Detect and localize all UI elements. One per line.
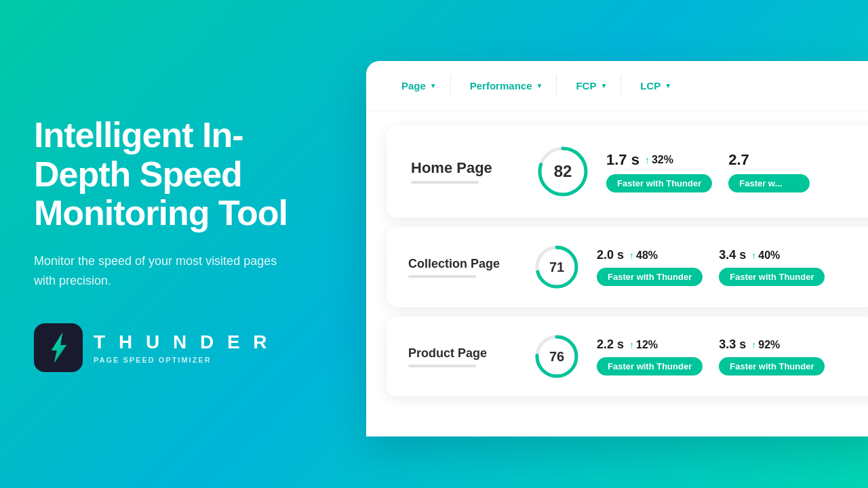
lcp-filter-chevron: ▼ (665, 82, 671, 89)
lcp-filter-label: LCP (640, 80, 660, 92)
left-panel: Intelligent In-Depth Speed Monitoring To… (0, 75, 353, 412)
brand-container: T H U N D E R PAGE SPEED OPTIMIZER (34, 323, 319, 372)
product-metric-2-value: 3.3 s (719, 338, 746, 352)
product-metric-1: 2.2 s ↑ 12% Faster with Thunder (597, 338, 703, 375)
home-metric-2-value: 2.7 (728, 151, 749, 169)
page-filter-button[interactable]: Page ▼ (388, 75, 451, 97)
fcp-filter-button[interactable]: FCP ▼ (562, 75, 621, 97)
product-metric-1-value: 2.2 s (597, 338, 624, 352)
main-container: Intelligent In-Depth Speed Monitoring To… (0, 0, 868, 488)
collection-page-name-group: Collection Page (408, 257, 517, 278)
collection-metric-2-value: 3.4 s (719, 248, 746, 262)
product-metric-1-top: 2.2 s ↑ 12% (597, 338, 703, 352)
brand-text: T H U N D E R PAGE SPEED OPTIMIZER (94, 331, 271, 364)
home-metric-2-top: 2.7 (728, 151, 810, 169)
home-metric-2: 2.7 Faster w... (728, 151, 810, 192)
collection-metric-1-change: ↑ 48% (629, 249, 658, 262)
collection-metric-2-arrow: ↑ (751, 250, 756, 261)
fcp-filter-label: FCP (576, 80, 596, 92)
product-page-row: Product Page 76 2.2 s ↑ 12% (387, 317, 868, 396)
right-panel: Page ▼ Performance ▼ FCP ▼ LCP ▼ (353, 0, 868, 488)
performance-filter-button[interactable]: Performance ▼ (456, 75, 557, 97)
collection-metric-1-value: 2.0 s (597, 248, 624, 262)
dashboard-header: Page ▼ Performance ▼ FCP ▼ LCP ▼ (366, 61, 868, 111)
home-page-row: Home Page 82 1.7 s ↑ (387, 125, 868, 218)
product-metric-2-badge: Faster with Thunder (719, 357, 825, 375)
product-score-number: 76 (549, 349, 564, 365)
brand-logo (34, 323, 83, 372)
performance-filter-label: Performance (470, 80, 532, 92)
lcp-filter-button[interactable]: LCP ▼ (627, 75, 685, 97)
product-metric-1-badge: Faster with Thunder (597, 357, 703, 375)
home-metric-2-badge: Faster w... (728, 174, 810, 192)
hero-title: Intelligent In-Depth Speed Monitoring To… (34, 116, 319, 232)
collection-score-number: 71 (549, 260, 564, 275)
product-metric-2-change: ↑ 92% (751, 339, 780, 351)
product-score-circle: 76 (533, 333, 580, 380)
collection-metric-1-top: 2.0 s ↑ 48% (597, 248, 703, 262)
collection-metric-2-change: ↑ 40% (751, 249, 780, 262)
home-metric-1: 1.7 s ↑ 32% Faster with Thunder (606, 151, 712, 192)
collection-metric-2-badge: Faster with Thunder (719, 268, 825, 286)
product-metric-2: 3.3 s ↑ 92% Faster with Thunder (719, 338, 825, 375)
collection-metric-1-arrow: ↑ (629, 250, 634, 261)
brand-tagline: PAGE SPEED OPTIMIZER (94, 356, 271, 364)
product-metric-1-change: ↑ 12% (629, 339, 658, 351)
page-filter-chevron: ▼ (430, 82, 437, 89)
product-page-name: Product Page (408, 346, 517, 361)
home-score-number: 82 (554, 162, 572, 181)
product-page-name-group: Product Page (408, 346, 517, 367)
brand-name: T H U N D E R (94, 331, 271, 353)
product-metric-2-top: 3.3 s ↑ 92% (719, 338, 825, 352)
collection-page-bar (408, 275, 476, 278)
home-metric-1-arrow: ↑ (645, 155, 650, 165)
home-metric-1-change: ↑ 32% (645, 154, 673, 166)
product-page-bar (408, 365, 476, 367)
collection-metric-2: 3.4 s ↑ 40% Faster with Thunder (719, 248, 825, 286)
collection-metric-1: 2.0 s ↑ 48% Faster with Thunder (597, 248, 703, 286)
collection-metric-1-badge: Faster with Thunder (597, 268, 703, 286)
product-metric-1-arrow: ↑ (629, 340, 634, 350)
collection-score-circle: 71 (533, 243, 580, 291)
hero-subtitle: Monitor the speed of your most visited p… (34, 251, 292, 291)
product-metric-2-arrow: ↑ (751, 340, 756, 350)
fcp-filter-chevron: ▼ (600, 82, 607, 89)
home-metric-1-value: 1.7 s (606, 151, 639, 169)
home-page-name: Home Page (411, 159, 519, 177)
dashboard-rows: Home Page 82 1.7 s ↑ (387, 125, 868, 396)
home-metric-1-badge: Faster with Thunder (606, 174, 712, 192)
performance-filter-chevron: ▼ (536, 82, 542, 89)
collection-metric-2-top: 3.4 s ↑ 40% (719, 248, 825, 262)
collection-page-row: Collection Page 71 2.0 s ↑ 48 (387, 227, 868, 307)
collection-page-name: Collection Page (408, 257, 517, 271)
home-page-name-group: Home Page (411, 159, 519, 184)
page-filter-label: Page (401, 80, 426, 92)
home-score-circle: 82 (536, 144, 590, 199)
home-metric-1-top: 1.7 s ↑ 32% (606, 151, 712, 169)
home-page-bar (411, 181, 479, 184)
